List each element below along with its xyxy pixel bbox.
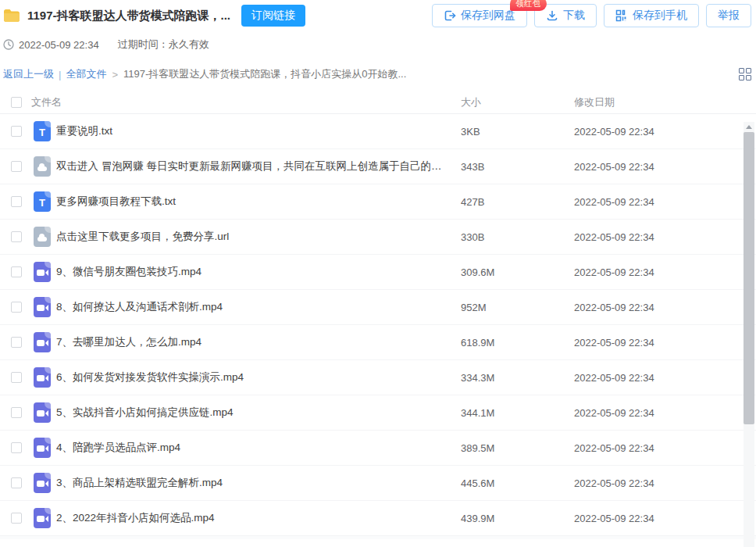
file-date: 2022-05-09 22:34	[574, 302, 756, 313]
row-checkbox[interactable]	[11, 126, 22, 137]
file-name[interactable]: 8、如何撩达人及沟通话术剖析.mp4	[56, 300, 461, 314]
file-date: 2022-05-09 22:34	[574, 513, 756, 524]
created-time: 2022-05-09 22:34	[19, 39, 99, 51]
row-checkbox[interactable]	[11, 407, 22, 418]
file-size: 439.9M	[461, 513, 574, 524]
txt-file-icon: T	[34, 191, 51, 212]
video-file-icon	[34, 402, 51, 423]
file-name[interactable]: 5、实战抖音小店如何搞定供应链.mp4	[56, 406, 461, 420]
file-row[interactable]: 8、如何撩达人及沟通话术剖析.mp4 952M 2022-05-09 22:34	[0, 290, 756, 325]
file-date: 2022-05-09 22:34	[574, 266, 756, 278]
file-size: 344.1M	[461, 407, 574, 419]
file-row[interactable]: 点击这里下载更多项目，免费分享.url 330B 2022-05-09 22:3…	[0, 220, 756, 255]
file-size: 343B	[461, 161, 574, 173]
select-all-checkbox[interactable]	[11, 97, 22, 108]
file-name[interactable]: 双击进入 冒泡网赚 每日实时更新最新网赚项目，共同在互联网上创造属于自己的一笔财…	[56, 159, 461, 173]
column-header-size: 大小	[461, 95, 574, 109]
file-size: 445.6M	[461, 477, 574, 489]
breadcrumb: 返回上一级 | 全部文件 > 1197-抖客联盟达人带货模式陪跑课，抖音小店实操…	[0, 67, 756, 81]
file-date: 2022-05-09 22:34	[574, 442, 756, 454]
qr-code-icon	[615, 9, 628, 22]
save-to-phone-label: 保存到手机	[633, 9, 687, 23]
video-file-icon	[34, 438, 51, 458]
file-name[interactable]: 6、如何发货对接发货软件实操演示.mp4	[56, 370, 461, 384]
row-checkbox[interactable]	[11, 231, 22, 242]
file-size: 309.6M	[461, 266, 574, 278]
save-to-cloud-label: 保存到网盘	[461, 9, 515, 23]
file-name[interactable]: 9、微信号朋友圈包装技巧.mp4	[56, 265, 461, 279]
row-checkbox[interactable]	[11, 477, 22, 488]
row-checkbox[interactable]	[11, 266, 22, 277]
file-date: 2022-05-09 22:34	[574, 372, 756, 384]
file-name[interactable]: 4、陪跑学员选品点评.mp4	[56, 441, 461, 455]
file-size: 330B	[461, 231, 574, 243]
file-row[interactable]: 2、2022年抖音小店如何选品.mp4 439.9M 2022-05-09 22…	[0, 501, 756, 536]
bottom-strip	[0, 536, 756, 539]
breadcrumb-all-files-link[interactable]: 全部文件	[66, 67, 106, 81]
video-file-icon	[34, 262, 51, 282]
folder-icon	[3, 9, 20, 23]
file-row[interactable]: 7、去哪里加达人，怎么加.mp4 618.9M 2022-05-09 22:34	[0, 325, 756, 360]
url-file-icon	[34, 227, 51, 247]
action-buttons: 领红包 保存到网盘 下载	[432, 4, 751, 27]
file-row[interactable]: T 更多网赚项目教程下载.txt 427B 2022-05-09 22:34	[0, 184, 756, 220]
scrollbar-thumb[interactable]	[744, 132, 754, 424]
red-packet-badge: 领红包	[510, 0, 547, 11]
file-date: 2022-05-09 22:34	[574, 196, 756, 208]
scrollbar	[744, 122, 754, 547]
file-name[interactable]: 更多网赚项目教程下载.txt	[56, 195, 461, 209]
file-row[interactable]: 4、陪跑学员选品点评.mp4 389.5M 2022-05-09 22:34	[0, 431, 756, 466]
file-row[interactable]: 双击进入 冒泡网赚 每日实时更新最新网赚项目，共同在互联网上创造属于自己的一笔财…	[0, 149, 756, 184]
column-header-name: 文件名	[31, 95, 461, 109]
page-title: 1197-抖客联盟达人带货模式陪跑课，...	[27, 9, 230, 23]
expire-time: 过期时间：永久有效	[118, 38, 209, 52]
subscribe-link-button[interactable]: 订阅链接	[241, 5, 305, 27]
video-file-icon	[34, 473, 51, 493]
row-checkbox[interactable]	[11, 513, 22, 524]
save-to-cloud-button[interactable]: 领红包 保存到网盘	[432, 4, 527, 27]
row-checkbox[interactable]	[11, 302, 22, 313]
video-file-icon	[34, 297, 51, 317]
file-name[interactable]: 点击这里下载更多项目，免费分享.url	[56, 230, 461, 244]
file-size: 618.9M	[461, 337, 574, 349]
report-button[interactable]: 举报	[706, 4, 751, 27]
table-header: 文件名 大小 修改日期	[0, 91, 756, 114]
breadcrumb-arrow: >	[112, 69, 118, 80]
file-row[interactable]: 6、如何发货对接发货软件实操演示.mp4 334.3M 2022-05-09 2…	[0, 360, 756, 395]
txt-file-icon: T	[34, 121, 51, 141]
file-list: T 重要说明.txt 3KB 2022-05-09 22:34 双击进入 冒泡网…	[0, 114, 756, 536]
url-file-icon	[34, 156, 51, 177]
file-row[interactable]: 3、商品上架精选联盟完全解析.mp4 445.6M 2022-05-09 22:…	[0, 466, 756, 501]
row-checkbox[interactable]	[11, 442, 22, 453]
file-row[interactable]: 5、实战抖音小店如何搞定供应链.mp4 344.1M 2022-05-09 22…	[0, 395, 756, 431]
file-size: 3KB	[461, 126, 574, 138]
file-name[interactable]: 2、2022年抖音小店如何选品.mp4	[56, 511, 461, 525]
report-label: 举报	[718, 9, 740, 23]
file-name[interactable]: 重要说明.txt	[56, 124, 461, 138]
download-label: 下载	[563, 9, 585, 23]
file-date: 2022-05-09 22:34	[574, 161, 756, 173]
file-name[interactable]: 3、商品上架精选联盟完全解析.mp4	[56, 476, 461, 490]
scrollbar-up-arrow-icon[interactable]	[744, 122, 754, 132]
file-row[interactable]: 9、微信号朋友圈包装技巧.mp4 309.6M 2022-05-09 22:34	[0, 255, 756, 290]
video-file-icon	[34, 508, 51, 528]
file-size: 334.3M	[461, 372, 574, 384]
video-file-icon	[34, 367, 51, 388]
row-checkbox[interactable]	[11, 196, 22, 207]
file-date: 2022-05-09 22:34	[574, 126, 756, 138]
clock-icon	[3, 39, 14, 50]
file-row[interactable]: T 重要说明.txt 3KB 2022-05-09 22:34	[0, 114, 756, 149]
grid-view-icon[interactable]	[739, 68, 751, 80]
file-size: 952M	[461, 302, 574, 313]
export-icon	[444, 9, 456, 22]
row-checkbox[interactable]	[11, 161, 22, 172]
file-share-page: { "header": { "title": "1197-抖客联盟达人带货模式陪…	[0, 0, 756, 547]
breadcrumb-back-link[interactable]: 返回上一级	[3, 67, 54, 81]
file-name[interactable]: 7、去哪里加达人，怎么加.mp4	[56, 335, 461, 349]
column-header-date: 修改日期	[574, 95, 756, 109]
save-to-phone-button[interactable]: 保存到手机	[604, 4, 699, 27]
file-date: 2022-05-09 22:34	[574, 337, 756, 349]
row-checkbox[interactable]	[11, 372, 22, 383]
file-date: 2022-05-09 22:34	[574, 231, 756, 243]
row-checkbox[interactable]	[11, 337, 22, 348]
